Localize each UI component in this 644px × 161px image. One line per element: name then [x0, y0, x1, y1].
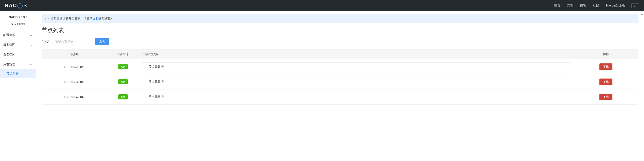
sidebar-item-config[interactable]: 配置管理	[0, 30, 36, 40]
meta-label: 节点元数据	[148, 95, 164, 99]
chevron-down-icon	[30, 63, 32, 66]
cell-status: UP	[107, 59, 139, 74]
meta-expand-toggle[interactable]: ▸ 节点元数据	[142, 93, 571, 101]
scroll-up-icon: ▲	[641, 12, 643, 15]
cell-status: UP	[107, 90, 139, 104]
th-status: 节点状态	[107, 49, 139, 59]
cell-ip: 172.18.0.4:8848	[42, 90, 107, 104]
info-icon: i	[45, 17, 48, 20]
alert-text-prefix: 当前集群没有开启鉴权，请参考	[50, 17, 93, 20]
alert-docs-link[interactable]: 文档	[93, 17, 99, 20]
chevron-down-icon	[30, 34, 32, 36]
th-action: 操作	[574, 49, 638, 59]
meta-expand-toggle[interactable]: ▸ 节点元数据	[142, 78, 571, 86]
sidebar-item-nodelist[interactable]: 节点列表	[0, 69, 36, 78]
status-badge: UP	[118, 79, 128, 84]
offline-button[interactable]: 下线	[600, 94, 612, 100]
sidebar-item-cluster[interactable]: 集群管理	[0, 60, 36, 69]
chevron-right-icon: ▸	[145, 80, 146, 83]
cell-meta: ▸ 节点元数据	[139, 59, 574, 74]
search-label: 节点Ip	[42, 39, 50, 44]
offline-button[interactable]: 下线	[600, 78, 612, 85]
lang-toggle[interactable]: En	[632, 3, 639, 8]
th-meta: 节点元数据	[139, 49, 574, 59]
nav-enterprise[interactable]: Nacos企业版	[606, 4, 625, 8]
version-label: NACOS 2.3.0	[0, 15, 36, 19]
chevron-down-icon	[30, 44, 32, 46]
node-ip-input[interactable]	[53, 38, 90, 45]
logo: NAC◯S.	[5, 2, 29, 8]
meta-label: 节点元数据	[148, 64, 164, 69]
cell-status: UP	[107, 74, 139, 90]
cell-meta: ▸ 节点元数据	[139, 74, 574, 90]
meta-label: 节点元数据	[148, 80, 164, 84]
auth-alert: i 当前集群没有开启鉴权，请参考文档开启鉴权~	[42, 14, 638, 23]
main-content: ▲ i 当前集群没有开启鉴权，请参考文档开启鉴权~ 节点列表 节点Ip 查询 节…	[36, 11, 644, 161]
table-row: 172.18.0.3:8848 UP ▸ 节点元数据 下线	[42, 74, 638, 90]
nav-blog[interactable]: 博客	[580, 4, 586, 8]
cell-action: 下线	[574, 74, 638, 90]
table-row: 172.18.0.4:8848 UP ▸ 节点元数据 下线	[42, 90, 638, 104]
query-button[interactable]: 查询	[95, 38, 109, 45]
cell-meta: ▸ 节点元数据	[139, 90, 574, 104]
page-title: 节点列表	[42, 26, 638, 34]
offline-button[interactable]: 下线	[600, 64, 612, 70]
chevron-right-icon: ▸	[145, 66, 146, 68]
nav-community[interactable]: 社区	[593, 4, 600, 8]
chevron-right-icon: ▸	[145, 96, 146, 98]
cell-ip: 172.18.0.3:8848	[42, 74, 107, 90]
header-nav: 首页 文档 博客 社区 Nacos企业版 En	[554, 3, 639, 8]
nav-docs[interactable]: 文档	[567, 4, 574, 8]
alert-text-suffix: 开启鉴权~	[99, 17, 112, 20]
mode-label: 模式 cluster	[0, 22, 36, 28]
sidebar-item-service[interactable]: 服务管理	[0, 40, 36, 50]
cell-action: 下线	[574, 90, 638, 104]
node-table: 节点Ip 节点状态 节点元数据 操作 172.18.0.2:8848 UP ▸ …	[42, 49, 638, 104]
sidebar-header: NACOS 2.3.0 模式 cluster	[0, 11, 36, 30]
meta-expand-toggle[interactable]: ▸ 节点元数据	[142, 62, 571, 71]
top-header: NAC◯S. 首页 文档 博客 社区 Nacos企业版 En	[0, 0, 644, 11]
sidebar-item-namespace[interactable]: 命名空间	[0, 50, 36, 60]
nav-home[interactable]: 首页	[554, 4, 560, 8]
cell-action: 下线	[574, 59, 638, 74]
cell-ip: 172.18.0.2:8848	[42, 59, 107, 74]
status-badge: UP	[118, 64, 128, 69]
th-ip: 节点Ip	[42, 49, 107, 59]
search-row: 节点Ip 查询	[42, 38, 638, 45]
table-row: 172.18.0.2:8848 UP ▸ 节点元数据 下线	[42, 59, 638, 74]
status-badge: UP	[118, 94, 128, 100]
sidebar: NACOS 2.3.0 模式 cluster 配置管理 服务管理 命名空间 集群…	[0, 11, 36, 161]
